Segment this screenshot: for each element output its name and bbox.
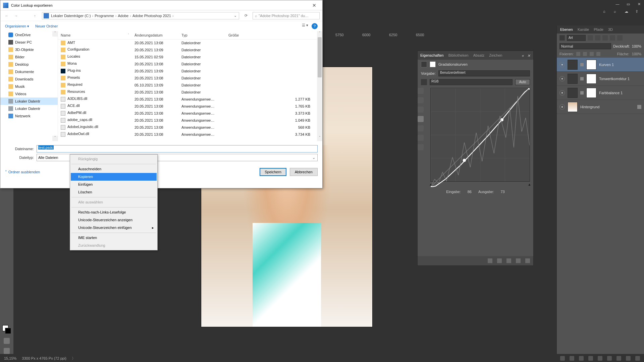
lock-all-icon[interactable] bbox=[596, 52, 600, 56]
tree-item[interactable]: Lokaler Datentr bbox=[0, 98, 58, 105]
tree-item[interactable]: Dokumente bbox=[0, 68, 58, 75]
filter-pixel-icon[interactable] bbox=[588, 35, 593, 41]
file-row[interactable]: Locales15.05.2021 02:59Dateiordner bbox=[58, 53, 317, 60]
close-icon[interactable]: ✕ bbox=[637, 2, 641, 6]
tree-item[interactable]: Dieser PC bbox=[0, 39, 58, 46]
visibility-toggle[interactable] bbox=[559, 62, 565, 67]
tree-item[interactable]: 3D-Objekte bbox=[0, 46, 58, 53]
reset-icon[interactable] bbox=[506, 258, 511, 263]
file-row[interactable]: Resources20.05.2021 13:08Dateiordner bbox=[58, 88, 317, 96]
filter-smart-icon[interactable] bbox=[617, 35, 623, 41]
tab-character[interactable]: Zeichen bbox=[489, 53, 502, 57]
status-icon[interactable] bbox=[560, 356, 565, 361]
scroll-down[interactable]: ˅ bbox=[52, 136, 58, 141]
status-icon[interactable] bbox=[588, 356, 593, 361]
file-row[interactable]: adobe_caps.dll20.05.2021 13:08Anwendungs… bbox=[58, 117, 317, 124]
filter-adjust-icon[interactable] bbox=[595, 35, 600, 41]
tab-paragraph[interactable]: Absatz bbox=[473, 53, 485, 57]
tree-item[interactable]: OneDrive bbox=[0, 31, 58, 39]
tab-3d[interactable]: 3D bbox=[608, 27, 613, 32]
file-row[interactable]: AdobeOwl.dll20.05.2021 13:08Anwendungser… bbox=[58, 131, 317, 138]
tab-channels[interactable]: Kanäle bbox=[578, 27, 589, 32]
menu-item[interactable]: Unicode-Steuerzeichen einfügen▸ bbox=[71, 224, 157, 232]
search-input[interactable]: "Adobe Photoshop 2021" du… bbox=[253, 12, 320, 19]
organize-menu[interactable]: Organisieren ▾ bbox=[5, 24, 29, 28]
hide-folders-toggle[interactable]: ˄ Ordner ausblenden bbox=[5, 170, 40, 174]
tree-item[interactable]: Musik bbox=[0, 83, 58, 90]
pencil-icon[interactable] bbox=[418, 125, 424, 131]
col-type[interactable]: Typ bbox=[179, 31, 226, 39]
maximize-icon[interactable]: ▭ bbox=[626, 2, 631, 6]
visibility-toggle[interactable] bbox=[559, 76, 565, 81]
history-button[interactable] bbox=[22, 12, 29, 19]
tree-item[interactable]: Desktop bbox=[0, 61, 58, 68]
file-list[interactable]: Name˄ Änderungsdatum Typ Größe AMT20.05.… bbox=[58, 31, 322, 141]
scrollbar[interactable]: ˄˅ bbox=[317, 31, 322, 141]
tree-item[interactable]: Downloads bbox=[0, 75, 58, 83]
tree-item[interactable]: Videos bbox=[0, 90, 58, 98]
tree-item[interactable]: Lokaler Datentr bbox=[0, 105, 58, 112]
menu-item[interactable]: Ausschneiden bbox=[71, 165, 157, 173]
color-swatch[interactable] bbox=[2, 325, 11, 334]
collapse-icon[interactable]: « bbox=[522, 54, 525, 57]
eyedropper-minus-icon[interactable] bbox=[418, 107, 424, 113]
folder-tree[interactable]: ˄ ˅ OneDriveDieser PC3D-ObjekteBilderDes… bbox=[0, 31, 58, 141]
scroll-up[interactable]: ˄ bbox=[52, 31, 58, 37]
file-row[interactable]: Presets20.05.2021 13:08Dateiordner bbox=[58, 74, 317, 81]
tool-mask[interactable] bbox=[4, 338, 10, 344]
home-icon[interactable]: ⌂ bbox=[603, 9, 608, 15]
view-previous-icon[interactable] bbox=[497, 258, 502, 263]
fill-value[interactable]: 100% bbox=[632, 52, 641, 56]
refresh-button[interactable]: ⟳ bbox=[241, 13, 251, 18]
back-button[interactable]: ← bbox=[3, 12, 10, 19]
layer-row[interactable]: Kurven 1 bbox=[557, 58, 644, 72]
lock-pixels-icon[interactable] bbox=[576, 52, 580, 56]
layer-row[interactable]: Farbbalance 1 bbox=[557, 86, 644, 100]
lock-artboard-icon[interactable] bbox=[590, 52, 594, 56]
filter-type-icon[interactable] bbox=[602, 35, 608, 41]
context-menu[interactable]: RückgängigAusschneidenKopierenEinfügenLö… bbox=[70, 154, 158, 250]
status-icon[interactable] bbox=[598, 356, 602, 361]
clip-icon[interactable] bbox=[488, 258, 492, 263]
forward-button[interactable]: → bbox=[12, 12, 20, 19]
eyedropper-icon[interactable] bbox=[418, 88, 424, 94]
col-date[interactable]: Änderungsdatum bbox=[132, 31, 179, 39]
tab-libraries[interactable]: Bibliotheken bbox=[448, 53, 469, 57]
close-button[interactable]: ✕ bbox=[309, 2, 320, 9]
file-row[interactable]: Required05.10.2021 13:09Dateiordner bbox=[58, 81, 317, 88]
close-icon[interactable]: ✕ bbox=[527, 54, 531, 57]
cancel-button[interactable]: Abbrechen bbox=[290, 168, 318, 176]
preset-select[interactable]: Benutzerdefiniert bbox=[438, 70, 530, 76]
tree-item[interactable]: Bilder bbox=[0, 53, 58, 61]
sampler-icon[interactable] bbox=[421, 79, 427, 85]
status-icon[interactable] bbox=[626, 356, 631, 361]
menu-item[interactable]: IME starten bbox=[71, 234, 157, 242]
col-name[interactable]: Name˄ bbox=[58, 31, 132, 39]
search-icon[interactable] bbox=[559, 35, 565, 41]
layer-row[interactable]: Tonwertkorrektur 1 bbox=[557, 72, 644, 86]
eyedropper-plus-icon[interactable] bbox=[418, 97, 424, 103]
file-row[interactable]: AdobeLinguistic.dll20.05.2021 13:08Anwen… bbox=[58, 124, 317, 131]
status-icon[interactable] bbox=[570, 356, 574, 361]
menu-item[interactable]: Einfügen bbox=[71, 181, 157, 188]
status-icon[interactable] bbox=[635, 356, 640, 361]
file-row[interactable]: AMT20.05.2021 13:08Dateiordner bbox=[58, 39, 317, 46]
tab-layers[interactable]: Ebenen bbox=[560, 27, 573, 32]
menu-item[interactable]: Löschen bbox=[71, 188, 157, 196]
auto-button[interactable]: Auto bbox=[515, 79, 530, 85]
tab-properties[interactable]: Eigenschaften bbox=[420, 53, 444, 57]
opacity-value[interactable]: 100% bbox=[632, 44, 641, 48]
file-row[interactable]: Configuration20.05.2021 13:09Dateiordner bbox=[58, 46, 317, 53]
smooth-icon[interactable] bbox=[418, 135, 424, 141]
file-row[interactable]: ACE.dll20.05.2021 13:08Anwendungserwe…1.… bbox=[58, 103, 317, 110]
channel-select[interactable]: RGB bbox=[430, 79, 513, 85]
filename-input[interactable]: test.psdc bbox=[37, 145, 318, 153]
blend-mode[interactable]: Normal bbox=[559, 43, 611, 49]
filter-shape-icon[interactable] bbox=[610, 35, 615, 41]
visibility-toggle[interactable] bbox=[559, 104, 565, 110]
search-icon[interactable]: ⌕ bbox=[614, 9, 619, 15]
new-folder-button[interactable]: Neuer Ordner bbox=[35, 24, 58, 28]
curves-graph[interactable] bbox=[430, 88, 530, 182]
file-row[interactable]: AdbePM.dll20.05.2021 13:08Anwendungserwe… bbox=[58, 110, 317, 117]
save-button[interactable]: Speichern bbox=[260, 168, 286, 176]
